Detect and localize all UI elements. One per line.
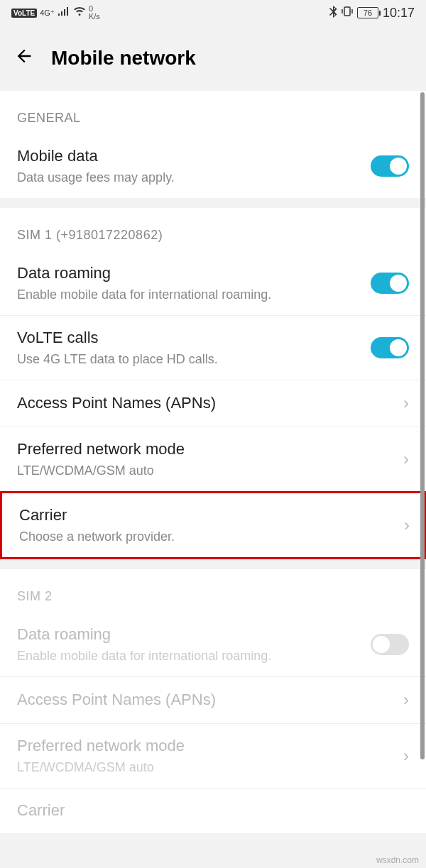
sim1-carrier-sub: Choose a network provider.	[19, 528, 398, 546]
divider	[0, 559, 426, 569]
row-sim2-pref: Preferred network mode LTE/WCDMA/GSM aut…	[0, 723, 426, 788]
sim1-apn-title: Access Point Names (APNs)	[17, 392, 398, 414]
vibrate-icon	[342, 6, 353, 20]
sim2-pref-sub: LTE/WCDMA/GSM auto	[17, 759, 398, 776]
chevron-right-icon: ›	[398, 746, 409, 766]
divider	[0, 198, 426, 208]
volte-badge: VoLTE	[11, 9, 37, 18]
status-left: VoLTE 4G⁺ 0 K/s	[11, 5, 100, 21]
sim1-volte-title: VoLTE calls	[17, 327, 371, 349]
battery-icon: 76	[357, 7, 378, 18]
net-speed: 0 K/s	[89, 5, 100, 21]
chevron-right-icon: ›	[398, 515, 418, 535]
row-sim1-carrier[interactable]: Carrier Choose a network provider. ›	[0, 491, 426, 559]
sim1-roaming-toggle[interactable]	[371, 273, 409, 294]
sim1-carrier-title: Carrier	[19, 505, 398, 527]
mobile-data-sub: Data usage fees may apply.	[17, 169, 371, 187]
status-right: 76 10:17	[329, 6, 415, 21]
sim1-roaming-title: Data roaming	[17, 263, 371, 285]
sim2-roaming-title: Data roaming	[17, 624, 371, 646]
back-icon[interactable]	[14, 46, 34, 71]
sim2-carrier-title: Carrier	[17, 800, 409, 822]
row-sim1-volte[interactable]: VoLTE calls Use 4G LTE data to place HD …	[0, 315, 426, 380]
wifi-icon	[73, 6, 86, 19]
page-title: Mobile network	[51, 47, 196, 70]
row-sim1-apn[interactable]: Access Point Names (APNs) ›	[0, 380, 426, 427]
status-bar: VoLTE 4G⁺ 0 K/s 76 10:17	[0, 0, 426, 26]
clock: 10:17	[383, 6, 415, 21]
mobile-data-title: Mobile data	[17, 145, 371, 167]
signal-type: 4G⁺	[40, 9, 55, 17]
sim2-apn-title: Access Point Names (APNs)	[17, 689, 398, 711]
svg-rect-0	[344, 7, 350, 16]
sim1-volte-sub: Use 4G LTE data to place HD calls.	[17, 351, 371, 368]
scrollbar[interactable]	[420, 92, 425, 759]
sim1-roaming-sub: Enable mobile data for international roa…	[17, 286, 371, 304]
row-sim2-roaming: Data roaming Enable mobile data for inte…	[0, 612, 426, 676]
watermark: wsxdn.com	[376, 855, 419, 865]
sim2-pref-title: Preferred network mode	[17, 735, 398, 757]
row-sim2-apn: Access Point Names (APNs) ›	[0, 676, 426, 723]
sim2-roaming-toggle	[371, 634, 409, 655]
sim1-pref-title: Preferred network mode	[17, 439, 398, 461]
chevron-right-icon: ›	[398, 393, 409, 413]
section-sim1: SIM 1 (+918017220862)	[0, 208, 426, 251]
sim2-roaming-sub: Enable mobile data for international roa…	[17, 647, 371, 665]
section-general: GENERAL	[0, 91, 426, 134]
row-mobile-data[interactable]: Mobile data Data usage fees may apply.	[0, 134, 426, 198]
chevron-right-icon: ›	[398, 449, 409, 469]
sim1-volte-toggle[interactable]	[371, 337, 409, 358]
row-sim1-roaming[interactable]: Data roaming Enable mobile data for inte…	[0, 251, 426, 315]
sim1-pref-sub: LTE/WCDMA/GSM auto	[17, 462, 398, 480]
row-sim2-carrier: Carrier	[0, 788, 426, 833]
section-sim2: SIM 2	[0, 569, 426, 612]
chevron-right-icon: ›	[398, 690, 409, 710]
bluetooth-icon	[329, 6, 337, 21]
signal-icon	[58, 6, 70, 19]
row-sim1-pref[interactable]: Preferred network mode LTE/WCDMA/GSM aut…	[0, 427, 426, 491]
mobile-data-toggle[interactable]	[371, 155, 409, 177]
app-header: Mobile network	[0, 26, 426, 91]
